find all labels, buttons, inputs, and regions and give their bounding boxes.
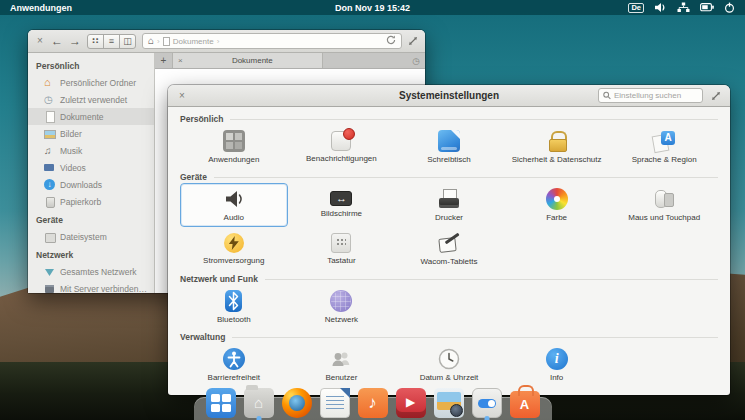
picture-icon bbox=[44, 128, 55, 139]
new-tab-button[interactable]: + bbox=[155, 53, 173, 68]
dock-item-files[interactable] bbox=[244, 397, 274, 420]
settings-item-farbe[interactable]: Farbe bbox=[503, 183, 611, 227]
settings-item-schreibtisch[interactable]: Schreibtisch bbox=[395, 125, 503, 169]
grid-view-icon[interactable] bbox=[87, 34, 104, 49]
settings-item-datum[interactable]: Datum & Uhrzeit bbox=[395, 343, 503, 387]
path-segment[interactable]: Dokumente bbox=[173, 37, 214, 46]
sidebar-item-recent[interactable]: Zuletzt verwendet bbox=[28, 91, 154, 108]
maximize-icon[interactable] bbox=[711, 87, 721, 105]
system-tray: De bbox=[628, 2, 745, 13]
dock-item-writer[interactable] bbox=[320, 397, 350, 420]
sidebar-section-network: Netzwerk bbox=[28, 245, 154, 263]
sidebar-item-label: Videos bbox=[60, 163, 86, 173]
sidebar-item-label: Mit Server verbinden… bbox=[60, 284, 147, 294]
settings-item-bildschirme[interactable]: Bildschirme bbox=[288, 183, 396, 227]
sidebar-item-trash[interactable]: Papierkorb bbox=[28, 193, 154, 210]
settings-item-netzwerk[interactable]: Netzwerk bbox=[288, 285, 396, 329]
list-view-icon[interactable] bbox=[103, 34, 120, 49]
close-icon[interactable]: × bbox=[35, 36, 45, 46]
settings-item-sprache[interactable]: Sprache & Region bbox=[610, 125, 718, 169]
settings-item-label: Stromversorgung bbox=[203, 256, 264, 266]
clock-icon bbox=[438, 348, 460, 370]
dock-item-appcenter[interactable] bbox=[510, 397, 540, 420]
tab-history-icon[interactable] bbox=[323, 53, 425, 68]
keyboard-layout-indicator[interactable]: De bbox=[628, 3, 644, 13]
sidebar-item-music[interactable]: Musik bbox=[28, 142, 154, 159]
sidebar-item-entire-network[interactable]: Gesamtes Netzwerk bbox=[28, 263, 154, 280]
dock-item-videos[interactable] bbox=[396, 397, 426, 420]
tab-dokumente[interactable]: × Dokumente bbox=[173, 53, 323, 68]
maximize-icon[interactable] bbox=[408, 32, 418, 50]
back-icon[interactable]: ← bbox=[51, 35, 63, 47]
settings-item-label: Bildschirme bbox=[321, 209, 362, 219]
power-icon[interactable] bbox=[724, 2, 735, 13]
multitasking-view-icon bbox=[206, 388, 236, 418]
section-label: Geräte bbox=[180, 172, 207, 182]
settings-item-stromversorgung[interactable]: Stromversorgung bbox=[180, 227, 288, 271]
appcenter-icon bbox=[510, 391, 540, 418]
dock-item-music[interactable] bbox=[358, 397, 388, 420]
sidebar-item-label: Musik bbox=[60, 146, 82, 156]
search-input[interactable] bbox=[614, 91, 698, 100]
photos-icon bbox=[434, 388, 464, 418]
volume-icon[interactable] bbox=[654, 2, 667, 13]
section-administration-grid: Barrierefreiheit Benutzer Datum & Uhrzei… bbox=[180, 343, 718, 387]
settings-item-tastatur[interactable]: Tastatur bbox=[288, 227, 396, 271]
globe-icon bbox=[330, 290, 352, 312]
applications-menu[interactable]: Anwendungen bbox=[0, 3, 82, 13]
trash-icon bbox=[44, 196, 55, 207]
section-administration: Verwaltung bbox=[180, 332, 718, 342]
settings-item-info[interactable]: Info bbox=[503, 343, 611, 387]
settings-item-audio[interactable]: Audio bbox=[180, 183, 288, 227]
settings-item-barrierefreiheit[interactable]: Barrierefreiheit bbox=[180, 343, 288, 387]
sidebar-item-pictures[interactable]: Bilder bbox=[28, 125, 154, 142]
refresh-icon[interactable] bbox=[386, 35, 396, 47]
settings-search[interactable] bbox=[598, 88, 703, 103]
dock-item-photos[interactable] bbox=[434, 397, 464, 420]
sidebar-item-downloads[interactable]: Downloads bbox=[28, 176, 154, 193]
battery-icon[interactable] bbox=[700, 3, 714, 12]
music-icon bbox=[358, 388, 388, 418]
sidebar-item-filesystem[interactable]: Dateisystem bbox=[28, 228, 154, 245]
settings-item-label: Barrierefreiheit bbox=[208, 373, 260, 383]
sidebar-item-connect-server[interactable]: Mit Server verbinden… bbox=[28, 280, 154, 293]
settings-item-maus[interactable]: Maus und Touchpad bbox=[610, 183, 718, 227]
forward-icon[interactable]: → bbox=[69, 35, 81, 47]
tab-close-icon[interactable]: × bbox=[178, 56, 183, 65]
server-icon bbox=[44, 283, 55, 293]
section-rule bbox=[232, 337, 718, 338]
sidebar-item-videos[interactable]: Videos bbox=[28, 159, 154, 176]
language-icon bbox=[653, 130, 675, 152]
settings-item-sicherheit[interactable]: Sicherheit & Datenschutz bbox=[503, 125, 611, 169]
lock-icon bbox=[546, 130, 568, 152]
sidebar-item-documents[interactable]: Dokumente bbox=[28, 108, 154, 125]
sidebar-item-label: Bilder bbox=[60, 129, 82, 139]
tab-bar: + × Dokumente bbox=[155, 53, 425, 69]
close-icon[interactable]: × bbox=[177, 91, 187, 101]
users-icon bbox=[330, 348, 352, 370]
home-icon[interactable]: ⌂ bbox=[148, 36, 154, 46]
settings-item-bluetooth[interactable]: Bluetooth bbox=[180, 285, 288, 329]
chevron-right-icon: › bbox=[157, 37, 160, 46]
dock-item-multitasking[interactable] bbox=[206, 397, 236, 420]
settings-item-benachrichtigungen[interactable]: Benachrichtigungen bbox=[288, 125, 396, 169]
settings-item-drucker[interactable]: Drucker bbox=[395, 183, 503, 227]
network-icon[interactable] bbox=[677, 2, 690, 13]
settings-window: × Systemeinstellungen Persönlich Anwendu… bbox=[168, 85, 730, 395]
settings-item-anwendungen[interactable]: Anwendungen bbox=[180, 125, 288, 169]
view-switcher bbox=[87, 34, 136, 49]
column-view-icon[interactable] bbox=[119, 34, 136, 49]
dock-item-browser[interactable] bbox=[282, 397, 312, 420]
path-bar[interactable]: ⌂ › Dokumente › bbox=[142, 33, 402, 49]
dock-item-settings[interactable] bbox=[472, 397, 502, 420]
settings-item-wacom[interactable]: Wacom-Tabletts bbox=[395, 227, 503, 271]
tab-label: Dokumente bbox=[188, 56, 317, 65]
files-sidebar: Persönlich Persönlicher Ordner Zuletzt v… bbox=[28, 53, 155, 293]
settings-item-label: Wacom-Tabletts bbox=[420, 257, 477, 267]
section-rule bbox=[265, 279, 718, 280]
sidebar-item-label: Downloads bbox=[60, 180, 102, 190]
settings-item-benutzer[interactable]: Benutzer bbox=[288, 343, 396, 387]
sidebar-item-home[interactable]: Persönlicher Ordner bbox=[28, 74, 154, 91]
sidebar-item-label: Dateisystem bbox=[60, 232, 107, 242]
settings-item-label: Netzwerk bbox=[325, 315, 358, 325]
